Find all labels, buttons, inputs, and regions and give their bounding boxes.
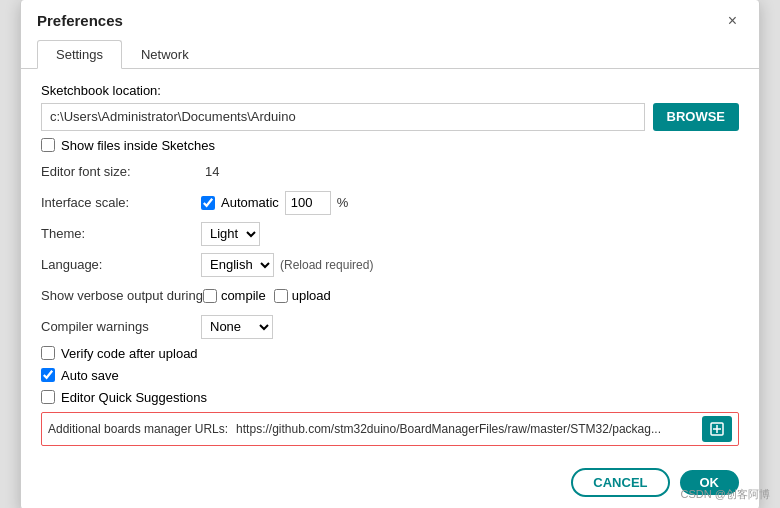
reload-note: (Reload required) [280,258,373,272]
editor-quick-checkbox[interactable] [41,390,55,404]
upload-checkbox[interactable] [274,289,288,303]
language-select[interactable]: English 中文 [201,253,274,277]
sketchbook-path-row: BROWSE [41,103,739,131]
editor-font-size-row: Editor font size: 14 [41,160,739,184]
verify-code-checkbox[interactable] [41,346,55,360]
additional-urls-label: Additional boards manager URLs: [48,422,228,436]
scale-controls: Automatic % [201,191,348,215]
verify-code-row: Verify code after upload [41,346,739,361]
automatic-checkbox[interactable] [201,196,215,210]
verbose-row: Show verbose output during compile uploa… [41,284,739,308]
language-label: Language: [41,257,201,272]
editor-font-size-value: 14 [205,164,219,179]
sketchbook-label-row: Sketchbook location: [41,83,739,98]
compile-checkbox[interactable] [203,289,217,303]
editor-font-size-label: Editor font size: [41,164,201,179]
theme-select[interactable]: Light Dark [201,222,260,246]
auto-save-row: Auto save [41,368,739,383]
theme-row: Theme: Light Dark [41,222,739,246]
close-button[interactable]: × [722,10,743,32]
tab-network[interactable]: Network [122,40,208,69]
edit-urls-button[interactable] [702,416,732,442]
percent-label: % [337,195,349,210]
interface-scale-label: Interface scale: [41,195,201,210]
language-row: Language: English 中文 (Reload required) [41,253,739,277]
verify-code-label: Verify code after upload [61,346,198,361]
editor-quick-row: Editor Quick Suggestions [41,390,739,405]
sketchbook-path-input[interactable] [41,103,645,131]
compiler-warnings-label: Compiler warnings [41,319,201,334]
show-files-label: Show files inside Sketches [61,138,215,153]
auto-save-checkbox[interactable] [41,368,55,382]
scale-input[interactable] [285,191,331,215]
show-files-row: Show files inside Sketches [41,138,739,153]
interface-scale-row: Interface scale: Automatic % [41,191,739,215]
additional-urls-row: Additional boards manager URLs: https://… [41,412,739,446]
sketchbook-label: Sketchbook location: [41,83,161,98]
compile-label[interactable]: compile [203,288,266,303]
theme-label: Theme: [41,226,201,241]
compiler-warnings-row: Compiler warnings None Default More All [41,315,739,339]
preferences-dialog: Preferences × Settings Network Sketchboo… [20,0,760,508]
settings-content: Sketchbook location: BROWSE Show files i… [21,69,759,462]
verbose-label: Show verbose output during [41,288,203,303]
tabs: Settings Network [21,40,759,69]
tab-settings[interactable]: Settings [37,40,122,69]
cancel-button[interactable]: CANCEL [571,468,669,497]
browse-button[interactable]: BROWSE [653,103,740,131]
compile-upload-controls: compile upload [203,288,331,303]
dialog-title: Preferences [37,12,123,29]
editor-quick-label: Editor Quick Suggestions [61,390,207,405]
title-bar: Preferences × [21,0,759,40]
automatic-label: Automatic [221,195,279,210]
footer: CANCEL OK [21,462,759,509]
additional-urls-value: https://github.com/stm32duino/BoardManag… [236,422,694,436]
upload-label[interactable]: upload [274,288,331,303]
watermark: CSDN @创客阿博 [681,487,770,502]
show-files-checkbox[interactable] [41,138,55,152]
auto-save-label: Auto save [61,368,119,383]
compiler-warnings-select[interactable]: None Default More All [201,315,273,339]
